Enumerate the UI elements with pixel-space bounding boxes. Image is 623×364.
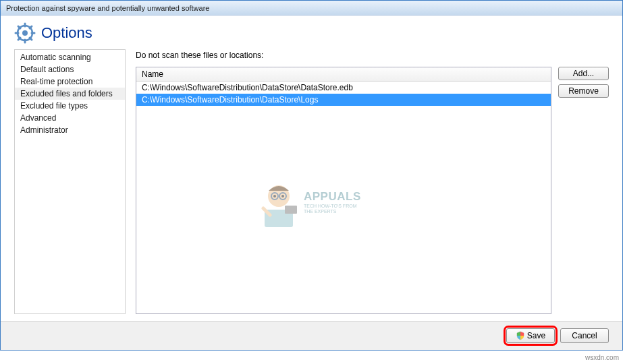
- mascot-icon: [258, 176, 300, 229]
- svg-rect-10: [265, 210, 293, 227]
- sidebar-item-default-actions[interactable]: Default actions: [15, 63, 125, 75]
- svg-rect-16: [285, 206, 297, 214]
- list-items-container: C:\Windows\SoftwareDistribution\DataStor…: [136, 82, 551, 313]
- save-button-label: Save: [527, 331, 545, 340]
- options-sidebar: Automatic scanning Default actions Real-…: [14, 49, 126, 314]
- titlebar: Protection against spyware and potential…: [1, 1, 622, 16]
- remove-button[interactable]: Remove: [558, 84, 609, 98]
- svg-line-9: [30, 26, 32, 28]
- sidebar-item-advanced[interactable]: Advanced: [15, 112, 125, 124]
- window-title: Protection against spyware and potential…: [6, 4, 209, 12]
- svg-point-15: [281, 195, 284, 198]
- cancel-button[interactable]: Cancel: [560, 328, 609, 343]
- sidebar-item-administrator[interactable]: Administrator: [15, 124, 125, 136]
- content-area: Automatic scanning Default actions Real-…: [1, 49, 622, 321]
- svg-point-14: [273, 195, 276, 198]
- list-item[interactable]: C:\Windows\SoftwareDistribution\DataStor…: [136, 94, 551, 106]
- svg-point-1: [22, 30, 28, 36]
- list-item[interactable]: C:\Windows\SoftwareDistribution\DataStor…: [136, 82, 551, 94]
- column-header-name[interactable]: Name: [136, 67, 551, 82]
- main-panel: Do not scan these files or locations: Na…: [136, 49, 609, 314]
- svg-line-17: [263, 208, 270, 215]
- shield-icon: [516, 331, 525, 340]
- add-button[interactable]: Add...: [558, 67, 609, 80]
- sidebar-item-excluded-files-folders[interactable]: Excluded files and folders: [15, 88, 125, 100]
- side-buttons: Add... Remove: [558, 67, 609, 314]
- page-title: Options: [41, 24, 92, 42]
- sidebar-item-automatic-scanning[interactable]: Automatic scanning: [15, 51, 125, 63]
- sidebar-item-excluded-file-types[interactable]: Excluded file types: [15, 100, 125, 112]
- watermark-brand: APPUALS: [304, 190, 361, 204]
- footer: Save Cancel: [1, 321, 622, 350]
- sidebar-item-real-time-protection[interactable]: Real-time protection: [15, 75, 125, 88]
- attribution-text: wsxdn.com: [585, 354, 619, 361]
- watermark-tagline-1: TECH HOW-TO'S FROM: [304, 204, 361, 209]
- save-button[interactable]: Save: [506, 328, 555, 343]
- svg-point-11: [268, 185, 290, 207]
- svg-line-8: [18, 38, 20, 40]
- svg-point-13: [279, 193, 286, 200]
- exclusions-listbox[interactable]: Name C:\Windows\SoftwareDistribution\Dat…: [136, 67, 551, 314]
- gear-icon: [14, 22, 36, 44]
- panel-label: Do not scan these files or locations:: [136, 49, 609, 60]
- svg-point-12: [271, 193, 278, 200]
- header: Options: [1, 16, 622, 49]
- watermark: APPUALS TECH HOW-TO'S FROM THE EXPERTS: [258, 176, 361, 229]
- watermark-tagline-2: THE EXPERTS: [304, 209, 361, 214]
- main-row: Name C:\Windows\SoftwareDistribution\Dat…: [136, 67, 609, 314]
- options-window: Protection against spyware and potential…: [0, 0, 623, 351]
- svg-line-7: [30, 38, 32, 40]
- svg-line-6: [18, 26, 20, 28]
